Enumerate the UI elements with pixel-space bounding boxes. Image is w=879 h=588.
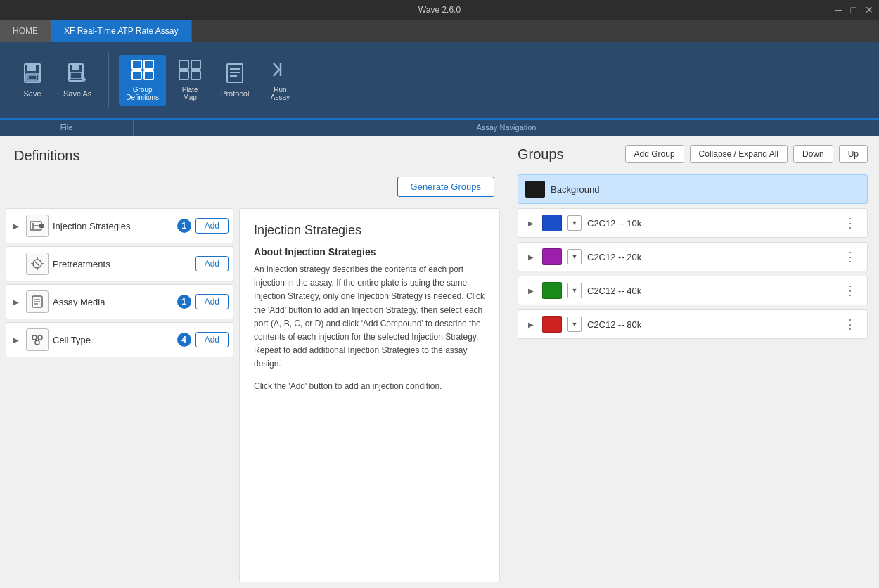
expand-c2c12-20k-icon[interactable]: ▶ bbox=[525, 251, 537, 262]
def-item-cell-type[interactable]: ▶ Cell Type 4 Add bbox=[6, 322, 233, 357]
injection-strategies-label: Injection Strategies bbox=[53, 221, 173, 231]
expand-c2c12-80k-icon[interactable]: ▶ bbox=[525, 319, 537, 330]
svg-point-35 bbox=[32, 335, 37, 340]
save-label: Save bbox=[23, 89, 41, 98]
minimize-button[interactable]: ─ bbox=[835, 4, 842, 15]
down-button[interactable]: Down bbox=[793, 145, 833, 163]
svg-rect-15 bbox=[191, 71, 200, 79]
protocol-button[interactable]: Protocol bbox=[214, 58, 256, 102]
c2c12-80k-menu-button[interactable]: ⋮ bbox=[841, 317, 860, 332]
group-item-c2c12-20k[interactable]: ▶ ▼ C2C12 -- 20k ⋮ bbox=[518, 242, 868, 271]
definitions-panel: Definitions Generate Groups ▶ bbox=[0, 136, 506, 588]
c2c12-80k-color-dropdown[interactable]: ▼ bbox=[567, 317, 582, 332]
cell-type-label: Cell Type bbox=[53, 335, 173, 345]
tab-bar: HOME XF Real-Time ATP Rate Assay bbox=[0, 20, 879, 42]
c2c12-10k-menu-button[interactable]: ⋮ bbox=[841, 215, 860, 231]
groups-panel: Groups Add Group Collapse / Expand All D… bbox=[506, 136, 879, 588]
toolbar-nav-section: Group Definitions Plate Map bbox=[113, 45, 307, 115]
assay-media-label: Assay Media bbox=[53, 297, 173, 307]
collapse-expand-button[interactable]: Collapse / Expand All bbox=[690, 145, 788, 163]
main-content: Definitions Generate Groups ▶ bbox=[0, 136, 879, 588]
svg-rect-11 bbox=[144, 71, 153, 79]
svg-line-30 bbox=[35, 262, 39, 266]
group-definitions-button[interactable]: Group Definitions bbox=[119, 55, 166, 106]
group-item-c2c12-40k[interactable]: ▶ ▼ C2C12 -- 40k ⋮ bbox=[518, 276, 868, 305]
cell-type-badge: 4 bbox=[177, 333, 191, 347]
injection-content-subtitle: About Injection Strategies bbox=[254, 246, 485, 257]
c2c12-10k-color-swatch bbox=[542, 215, 562, 231]
pretreatments-label: Pretreatments bbox=[53, 259, 191, 269]
background-color-swatch bbox=[525, 181, 545, 198]
save-as-icon: + bbox=[67, 63, 88, 87]
group-item-c2c12-80k[interactable]: ▶ ▼ C2C12 -- 80k ⋮ bbox=[518, 309, 868, 339]
cell-type-icon bbox=[26, 328, 49, 351]
save-button[interactable]: Save bbox=[11, 58, 53, 102]
assay-media-add-btn[interactable]: Add bbox=[195, 294, 229, 309]
definitions-title: Definitions bbox=[0, 136, 506, 171]
c2c12-10k-group-name: C2C12 -- 10k bbox=[587, 218, 835, 229]
svg-rect-8 bbox=[132, 60, 141, 69]
c2c12-20k-menu-button[interactable]: ⋮ bbox=[841, 249, 860, 264]
injection-strategies-badge: 1 bbox=[177, 219, 191, 233]
group-definitions-icon bbox=[131, 59, 155, 83]
def-item-injection-strategies[interactable]: ▶ Injection Strategies 1 Add bbox=[6, 208, 233, 243]
svg-point-36 bbox=[38, 335, 42, 340]
injection-content-panel: Injection Strategies About Injection Str… bbox=[239, 208, 500, 582]
c2c12-40k-color-dropdown[interactable]: ▼ bbox=[567, 283, 582, 298]
add-group-button[interactable]: Add Group bbox=[625, 145, 684, 163]
def-item-assay-media[interactable]: ▶ Assay Media 1 Add bbox=[6, 284, 233, 319]
plate-map-icon bbox=[178, 59, 202, 83]
plate-map-button[interactable]: Plate Map bbox=[169, 55, 211, 106]
expand-assay-media-icon[interactable]: ▶ bbox=[11, 296, 22, 307]
protocol-icon bbox=[224, 63, 245, 87]
c2c12-20k-color-swatch bbox=[542, 248, 562, 265]
tab-home[interactable]: HOME bbox=[0, 20, 51, 42]
save-as-button[interactable]: + Save As bbox=[56, 58, 98, 102]
c2c12-40k-color-swatch bbox=[542, 282, 562, 299]
c2c12-80k-color-swatch bbox=[542, 316, 562, 333]
window-controls: ─ □ ✕ bbox=[835, 4, 873, 15]
injection-content-title: Injection Strategies bbox=[254, 223, 485, 238]
svg-rect-13 bbox=[191, 60, 200, 69]
injection-strategies-icon bbox=[26, 215, 49, 237]
svg-rect-5 bbox=[72, 64, 79, 70]
groups-title: Groups bbox=[518, 146, 564, 162]
expand-cell-type-icon[interactable]: ▶ bbox=[11, 334, 22, 345]
def-item-pretreatments[interactable]: ▶ Pretreatments Add bbox=[6, 246, 233, 281]
up-button[interactable]: Up bbox=[839, 145, 868, 163]
injection-strategies-add-btn[interactable]: Add bbox=[195, 218, 229, 234]
app-title: Wave 2.6.0 bbox=[418, 5, 461, 15]
tab-xf-assay[interactable]: XF Real-Time ATP Rate Assay bbox=[51, 20, 192, 42]
cell-type-add-btn[interactable]: Add bbox=[195, 332, 229, 347]
run-assay-button[interactable]: Run Assay bbox=[259, 55, 301, 106]
c2c12-40k-menu-button[interactable]: ⋮ bbox=[841, 283, 860, 298]
expand-injection-icon[interactable]: ▶ bbox=[11, 220, 22, 231]
toolbar-file-section: Save + Save As bbox=[6, 45, 104, 115]
c2c12-40k-group-name: C2C12 -- 40k bbox=[587, 286, 835, 296]
group-item-c2c12-10k[interactable]: ▶ ▼ C2C12 -- 10k ⋮ bbox=[518, 208, 868, 238]
group-item-background[interactable]: Background bbox=[518, 174, 868, 204]
save-icon bbox=[22, 63, 43, 87]
expand-c2c12-40k-icon[interactable]: ▶ bbox=[525, 285, 537, 296]
svg-rect-9 bbox=[144, 60, 153, 69]
generate-groups-button[interactable]: Generate Groups bbox=[397, 177, 494, 197]
background-group-name: Background bbox=[551, 184, 860, 195]
svg-rect-14 bbox=[179, 71, 188, 79]
c2c12-20k-color-dropdown[interactable]: ▼ bbox=[567, 249, 582, 264]
c2c12-10k-color-dropdown[interactable]: ▼ bbox=[567, 215, 582, 231]
pretreatments-add-btn[interactable]: Add bbox=[195, 256, 229, 271]
restore-button[interactable]: □ bbox=[851, 4, 856, 15]
file-section-label: File bbox=[0, 120, 134, 136]
close-button[interactable]: ✕ bbox=[865, 4, 873, 15]
group-definitions-label: Group Definitions bbox=[126, 86, 159, 101]
protocol-label: Protocol bbox=[221, 89, 249, 98]
svg-rect-3 bbox=[28, 75, 37, 79]
groups-list: Background ▶ ▼ C2C12 -- 10k ⋮ ▶ ▼ C2C12 … bbox=[506, 169, 879, 345]
section-labels: File Assay Navigation bbox=[0, 120, 879, 136]
svg-rect-10 bbox=[132, 71, 141, 79]
definitions-sidebar: ▶ Injection Strategies 1 Add bbox=[0, 203, 239, 588]
c2c12-20k-group-name: C2C12 -- 20k bbox=[587, 252, 835, 262]
run-assay-label: Run Assay bbox=[271, 86, 290, 101]
expand-c2c12-10k-icon[interactable]: ▶ bbox=[525, 217, 537, 229]
title-bar: Wave 2.6.0 ─ □ ✕ bbox=[0, 0, 879, 20]
